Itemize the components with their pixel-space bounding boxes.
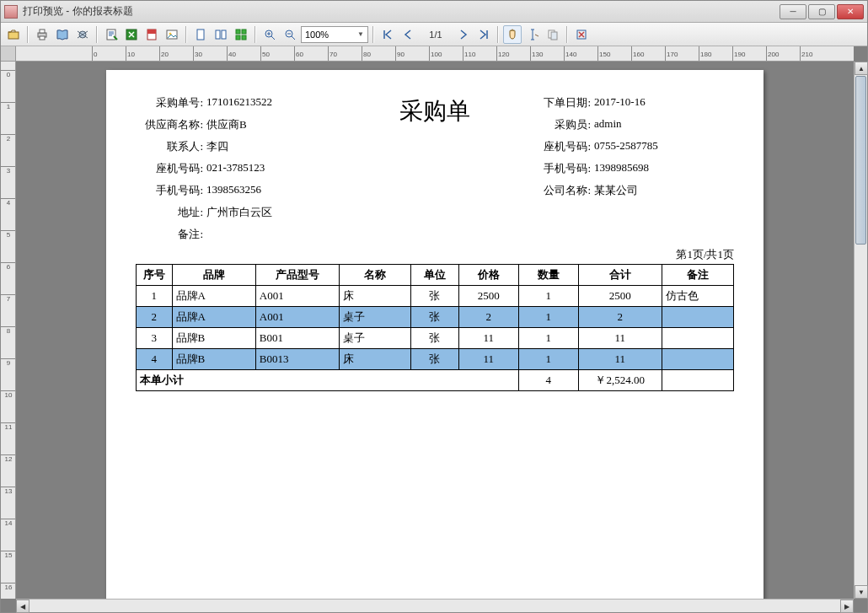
zoom-in-button[interactable] (260, 25, 279, 44)
export-pdf-button[interactable] (142, 25, 161, 44)
table-cell: 品牌B (172, 328, 255, 349)
buyer-value: admin (591, 117, 734, 132)
open-button[interactable] (4, 25, 23, 44)
ruler-mark: 6 (1, 262, 16, 271)
table-header: 合计 (578, 265, 662, 286)
table-cell: 张 (411, 328, 459, 349)
close-button[interactable]: ✕ (837, 4, 864, 19)
ruler-mark: 70 (328, 46, 337, 62)
order-date-value: 2017-10-16 (591, 95, 734, 110)
print-button[interactable] (33, 25, 51, 44)
ruler-mark: 100 (429, 46, 442, 62)
ruler-mark: 200 (766, 46, 779, 62)
zoom-out-button[interactable] (281, 25, 299, 44)
dropdown-arrow-icon: ▼ (357, 30, 364, 38)
table-cell: 仿古色 (662, 286, 733, 307)
page-4-button[interactable] (232, 25, 250, 44)
book-button[interactable] (53, 25, 72, 44)
scroll-down-button[interactable]: ▼ (855, 585, 868, 599)
scrollbar-vertical[interactable]: ▲ ▼ (854, 62, 867, 599)
svg-rect-15 (242, 30, 246, 34)
scroll-right-button[interactable]: ▶ (840, 600, 854, 613)
table-header: 单位 (411, 265, 459, 286)
export-txt-button[interactable] (102, 25, 121, 44)
minimize-button[interactable]: ─ (780, 4, 806, 19)
landline-r-label: 座机号码: (523, 139, 591, 154)
mobile-r-value: 1398985698 (591, 161, 734, 176)
ruler-corner (1, 46, 16, 62)
page-1-button[interactable] (191, 25, 210, 44)
contact-value: 李四 (203, 139, 346, 154)
ruler-mark: 16 (1, 583, 16, 591)
scroll-left-button[interactable]: ◀ (16, 600, 29, 613)
ruler-mark: 130 (530, 46, 543, 62)
table-cell (662, 349, 733, 370)
ruler-mark: 110 (463, 46, 475, 62)
ruler-mark: 140 (564, 46, 576, 62)
maximize-button[interactable]: ▢ (808, 4, 835, 19)
ruler-mark: 3 (1, 166, 16, 175)
table-cell: B0013 (255, 349, 339, 370)
ruler-mark: 80 (362, 46, 371, 62)
last-page-button[interactable] (474, 25, 493, 44)
ruler-mark: 1 (1, 102, 16, 110)
table-cell: 2 (137, 307, 173, 328)
page-2-button[interactable] (212, 25, 230, 44)
svg-rect-21 (551, 32, 557, 40)
export-xls-button[interactable] (122, 25, 141, 44)
mobile-l-value: 1398563256 (203, 183, 346, 198)
table-cell: 3 (137, 328, 173, 349)
preview-viewport[interactable]: 采购单号:171016213522 供应商名称:供应商B 联系人:李四 座机号码… (16, 62, 854, 599)
landline-r-value: 0755-2587785 (591, 139, 734, 154)
ruler-mark: 40 (227, 46, 236, 62)
zoom-combo[interactable]: 100%▼ (301, 26, 368, 43)
ruler-mark: 8 (1, 326, 16, 335)
app-icon (4, 5, 18, 19)
table-cell: 张 (411, 286, 459, 307)
table-cell: 11 (458, 328, 518, 349)
svg-rect-8 (147, 30, 156, 34)
ruler-mark: 0 (92, 46, 97, 62)
scroll-up-button[interactable]: ▲ (855, 62, 868, 75)
table-header: 产品型号 (255, 265, 339, 286)
settings-button[interactable] (73, 25, 92, 44)
scroll-thumb-v[interactable] (855, 76, 866, 245)
subtotal-amount: ￥2,524.00 (578, 370, 662, 391)
toolbar: 100%▼ 1/1 (1, 23, 867, 46)
table-header: 序号 (137, 265, 173, 286)
text-select-button[interactable] (523, 25, 542, 44)
ruler-mark: 170 (665, 46, 678, 62)
scrollbar-horizontal[interactable]: ◀ ▶ (16, 599, 854, 612)
table-cell: 11 (578, 328, 662, 349)
table-cell: 2 (458, 307, 518, 328)
data-table: 序号品牌产品型号名称单位价格数量合计备注 1品牌AA001床张250012500… (136, 264, 734, 391)
table-row: 1品牌AA001床张250012500仿古色 (137, 286, 734, 307)
table-header: 备注 (662, 265, 733, 286)
zoom-value: 100% (305, 30, 329, 40)
first-page-button[interactable] (378, 25, 397, 44)
ruler-mark: 15 (1, 551, 16, 559)
ruler-mark: 0 (1, 70, 16, 78)
ruler-horizontal: 0102030405060708090100110120130140150160… (16, 46, 854, 62)
exit-button[interactable] (572, 25, 591, 44)
table-cell: 2500 (578, 286, 662, 307)
ruler-mark: 210 (800, 46, 812, 62)
export-image-button[interactable] (163, 25, 181, 44)
svg-rect-12 (216, 30, 220, 39)
ruler-mark: 90 (395, 46, 405, 62)
ruler-mark: 60 (294, 46, 303, 62)
table-cell: 桌子 (340, 328, 411, 349)
order-date-label: 下单日期: (523, 95, 591, 110)
table-row: 2品牌AA001桌子张212 (137, 307, 734, 328)
app-window: 打印预览 - 你的报表标题 ─ ▢ ✕ 100%▼ 1/1 (0, 0, 868, 613)
ruler-mark: 180 (699, 46, 711, 62)
table-header: 品牌 (172, 265, 255, 286)
table-row: 3品牌BB001桌子张11111 (137, 328, 734, 349)
ruler-mark: 160 (631, 46, 644, 62)
table-cell: 品牌A (172, 307, 255, 328)
copy-button[interactable] (544, 25, 562, 44)
hand-tool-button[interactable] (503, 25, 522, 44)
prev-page-button[interactable] (399, 25, 417, 44)
subtotal-row: 本单小计4￥2,524.00 (137, 370, 734, 391)
next-page-button[interactable] (454, 25, 473, 44)
